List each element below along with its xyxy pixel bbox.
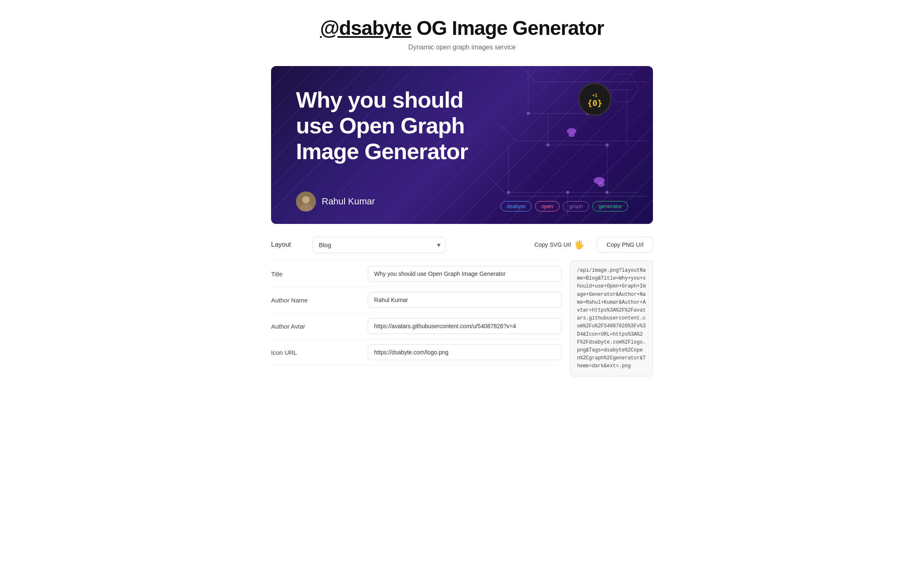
author-avatar-label: Author Avtar (271, 313, 368, 339)
copy-svg-button[interactable]: Copy SVG Url 🖐️ (527, 236, 592, 254)
og-bottom-row: Rahul Kumar dsabyte open graph generator (296, 179, 628, 211)
copy-svg-label: Copy SVG Url (534, 241, 571, 248)
brand-name: @dsabyte (320, 17, 411, 39)
avatar (296, 192, 316, 211)
svg-point-26 (302, 196, 310, 204)
svg-point-14 (546, 143, 550, 147)
tag-dsabyte: dsabyte (501, 201, 532, 211)
svg-marker-23 (607, 74, 639, 102)
page-wrapper: @dsabyte OG Image Generator Dynamic open… (263, 0, 661, 401)
layout-select[interactable]: Blog Article Default (313, 237, 445, 253)
fields-grid: Title Author Name Author Avtar (271, 260, 562, 366)
title-suffix: OG Image Generator (411, 17, 604, 39)
title-field-cell (368, 261, 562, 287)
layout-group: Layout Blog Article Default ▾ (271, 237, 445, 253)
tag-generator: generator (592, 201, 628, 211)
copy-icon: 🖐️ (574, 240, 584, 250)
svg-point-15 (606, 143, 609, 147)
tag-graph: graph (563, 201, 589, 211)
title-label: Title (271, 261, 368, 287)
copy-png-label: Copy PNG Url (606, 241, 643, 248)
title-input[interactable] (368, 266, 562, 282)
header: @dsabyte OG Image Generator Dynamic open… (271, 17, 653, 51)
icon-url-label: Icon URL (271, 339, 368, 366)
og-main-content: Why you should use Open Graph Image Gene… (296, 87, 495, 164)
copy-buttons-group: Copy SVG Url 🖐️ Copy PNG Url (527, 236, 653, 254)
controls-grid: Title Author Name Author Avtar (271, 260, 653, 376)
copy-png-button[interactable]: Copy PNG Url (597, 237, 653, 253)
author-name-label: Author Name (271, 287, 368, 313)
layout-label: Layout (271, 241, 304, 248)
right-url-panel: /api/image.png?layoutName=Blog&Title=Why… (570, 260, 653, 376)
badge-symbol: {0} (587, 98, 602, 108)
badge-content: +1 {0} (587, 91, 602, 108)
badge-plus: +1 (592, 93, 598, 98)
svg-point-20 (568, 133, 574, 138)
icon-url-input[interactable] (368, 344, 562, 360)
left-fields: Title Author Name Author Avtar (271, 260, 562, 376)
author-avatar-field-cell (368, 313, 562, 339)
author-avatar-input[interactable] (368, 318, 562, 334)
tag-open: open (535, 201, 560, 211)
author-name-input[interactable] (368, 292, 562, 308)
page-title: @dsabyte OG Image Generator (271, 17, 653, 39)
controls-section: Layout Blog Article Default ▾ Copy SVG U… (271, 236, 653, 376)
url-display: /api/image.png?layoutName=Blog&Title=Why… (570, 260, 653, 376)
layout-select-wrapper: Blog Article Default ▾ (313, 237, 445, 253)
svg-point-19 (567, 128, 577, 134)
icon-url-field-cell (368, 339, 562, 366)
og-author-name: Rahul Kumar (322, 196, 375, 207)
og-title: Why you should use Open Graph Image Gene… (296, 87, 495, 164)
page-subtitle: Dynamic open graph images service (271, 44, 653, 51)
og-author-row: Rahul Kumar (296, 192, 375, 211)
og-badge: +1 {0} (578, 83, 611, 116)
og-tags-row: dsabyte open graph generator (501, 201, 628, 211)
svg-point-12 (527, 112, 530, 115)
og-image-preview: +1 {0} Why you should use Open Graph Ima… (271, 66, 653, 224)
controls-top-row: Layout Blog Article Default ▾ Copy SVG U… (271, 236, 653, 254)
author-name-field-cell (368, 287, 562, 313)
